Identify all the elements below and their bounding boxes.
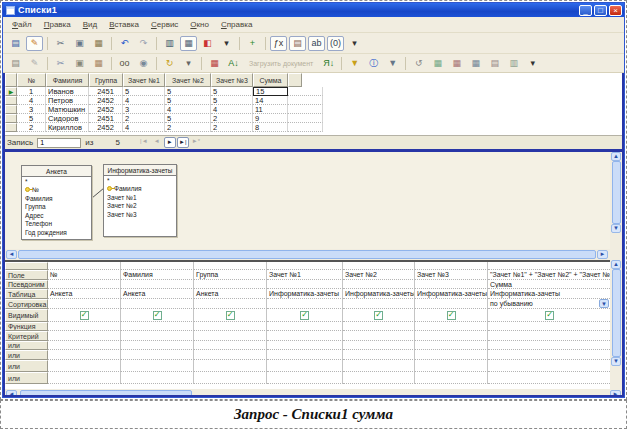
- qbe-cell[interactable]: [194, 299, 267, 309]
- qbe-cell[interactable]: [194, 341, 267, 350]
- functions-icon[interactable]: ƒx: [270, 36, 287, 51]
- qbe-cell[interactable]: ✓: [194, 309, 267, 322]
- field-item[interactable]: Фамилия: [22, 194, 91, 203]
- datasheet-cell[interactable]: 4: [211, 105, 253, 114]
- alias-icon[interactable]: ab: [308, 36, 325, 51]
- qbe-cell[interactable]: ✓: [343, 309, 415, 322]
- qbe-cell[interactable]: [267, 322, 343, 331]
- autofilter-icon[interactable]: ▼: [346, 56, 363, 71]
- qbe-cell[interactable]: [48, 331, 121, 341]
- datasheet-cell[interactable]: 2452: [89, 96, 123, 105]
- last-record-button[interactable]: ►|: [177, 137, 189, 148]
- qbe-cell[interactable]: [48, 341, 121, 350]
- qbe-cell[interactable]: [121, 360, 194, 372]
- datasheet-cell[interactable]: 5: [165, 87, 211, 96]
- qbe-cell[interactable]: ✓: [267, 309, 343, 322]
- datasheet-cell[interactable]: 14: [253, 96, 288, 105]
- copy-icon[interactable]: ▣: [71, 56, 88, 71]
- qbe-cell[interactable]: Зачет №2: [343, 270, 415, 280]
- datasheet-cell[interactable]: 5: [211, 87, 253, 96]
- add-table-icon[interactable]: +: [244, 36, 261, 51]
- scroll-thumb[interactable]: [18, 250, 596, 259]
- qbe-cell[interactable]: [194, 331, 267, 341]
- qbe-cell[interactable]: [267, 372, 343, 384]
- qbe-cell[interactable]: Анкета: [48, 289, 121, 299]
- filter-info-icon[interactable]: ⓘ: [365, 56, 382, 71]
- datasheet-empty-cell[interactable]: [288, 87, 323, 96]
- qbe-cell[interactable]: [267, 280, 343, 289]
- qbe-cell[interactable]: Группа: [194, 270, 267, 280]
- datasheet-cell[interactable]: 5: [123, 87, 165, 96]
- datasheet-cell[interactable]: 2: [165, 123, 211, 132]
- field-item[interactable]: Фамилия: [104, 185, 176, 194]
- redo-icon[interactable]: ↷: [135, 36, 152, 51]
- menu-item-справка[interactable]: Справка: [215, 19, 258, 30]
- visible-checkbox[interactable]: ✓: [226, 311, 235, 320]
- qbe-cell[interactable]: Сумма: [488, 280, 610, 289]
- field-item[interactable]: Телефон: [22, 220, 91, 229]
- qbe-cell[interactable]: ✓: [415, 309, 488, 322]
- qbe-cell[interactable]: Фамилия: [121, 270, 194, 280]
- qbe-cell[interactable]: [121, 372, 194, 384]
- overflow-dropdown-icon[interactable]: ▾: [346, 36, 363, 51]
- minimize-button[interactable]: _: [579, 5, 592, 16]
- table-name-icon[interactable]: ▤: [289, 36, 306, 51]
- qbe-cell[interactable]: [343, 280, 415, 289]
- scroll-left-icon[interactable]: ◄: [6, 390, 17, 397]
- field-list-2[interactable]: Информатика-зачеты*ФамилияЗачет №1Зачет …: [103, 164, 177, 237]
- qbe-cell[interactable]: [121, 280, 194, 289]
- qbe-cell[interactable]: [415, 331, 488, 341]
- scroll-thumb[interactable]: [20, 390, 192, 397]
- qbe-cell[interactable]: [48, 322, 121, 331]
- qbe-column-header[interactable]: [415, 262, 488, 270]
- qbe-cell[interactable]: [194, 322, 267, 331]
- datasheet-cell[interactable]: 2451: [89, 87, 123, 96]
- qbe-cell[interactable]: Анкета: [194, 289, 267, 299]
- prev-record-button[interactable]: ◄: [151, 137, 163, 148]
- scroll-up-icon[interactable]: ▲: [611, 152, 621, 161]
- row-height-icon[interactable]: ▤: [486, 56, 503, 71]
- qbe-column-header[interactable]: [48, 262, 121, 270]
- datasheet-corner[interactable]: [5, 73, 17, 87]
- scroll-right-icon[interactable]: ►: [610, 390, 621, 397]
- qbe-cell[interactable]: [121, 331, 194, 341]
- design-horizontal-scrollbar[interactable]: ◄ ►: [5, 249, 622, 260]
- new-record-button[interactable]: ►*: [190, 137, 202, 148]
- datasheet-cell[interactable]: 9: [253, 114, 288, 123]
- qbe-cell[interactable]: [48, 280, 121, 289]
- qbe-cell[interactable]: [267, 299, 343, 309]
- row-selector[interactable]: [5, 114, 17, 123]
- qbe-cell[interactable]: [415, 322, 488, 331]
- column-header-6[interactable]: Зачет №3: [211, 73, 253, 87]
- column-header-3[interactable]: Группа: [89, 73, 123, 87]
- cut-icon[interactable]: ✂: [52, 56, 69, 71]
- qbe-cell[interactable]: [48, 299, 121, 309]
- qbe-cell[interactable]: Зачет №3: [415, 270, 488, 280]
- qbe-cell[interactable]: ✓: [121, 309, 194, 322]
- qbe-cell[interactable]: [267, 331, 343, 341]
- datasheet-cell[interactable]: 2452: [89, 123, 123, 132]
- qbe-cell[interactable]: [194, 280, 267, 289]
- datasheet-cell[interactable]: 2: [211, 114, 253, 123]
- distinct-values-icon[interactable]: (0): [327, 36, 344, 51]
- qbe-cell[interactable]: [194, 350, 267, 360]
- datasheet-cell[interactable]: 3: [123, 105, 165, 114]
- run-query-icon[interactable]: ◧: [199, 36, 216, 51]
- column-header-7[interactable]: Сумма: [253, 73, 288, 87]
- datasheet-cell[interactable]: Иванов: [46, 87, 89, 96]
- save-record-icon[interactable]: ▤: [7, 56, 24, 71]
- menu-item-правка[interactable]: Правка: [38, 19, 77, 30]
- copy-icon[interactable]: ▣: [71, 36, 88, 51]
- field-list-1[interactable]: Анкета*№ФамилияГруппаАдресТелефонГод рож…: [21, 165, 92, 240]
- qbe-cell[interactable]: [267, 360, 343, 372]
- first-record-button[interactable]: |◄: [138, 137, 150, 148]
- design-vertical-scrollbar[interactable]: ▲ ▼: [610, 152, 622, 249]
- field-item[interactable]: Группа: [22, 203, 91, 212]
- datasheet-empty-cell[interactable]: [288, 105, 323, 114]
- datasource-view-icon[interactable]: ▥: [161, 36, 178, 51]
- datasheet-cell[interactable]: 2: [17, 123, 46, 132]
- qbe-cell[interactable]: [415, 360, 488, 372]
- overflow-dropdown-icon[interactable]: ▾: [524, 56, 541, 71]
- menu-item-вид[interactable]: Вид: [77, 19, 103, 30]
- datasheet-cell[interactable]: Сидоров: [46, 114, 89, 123]
